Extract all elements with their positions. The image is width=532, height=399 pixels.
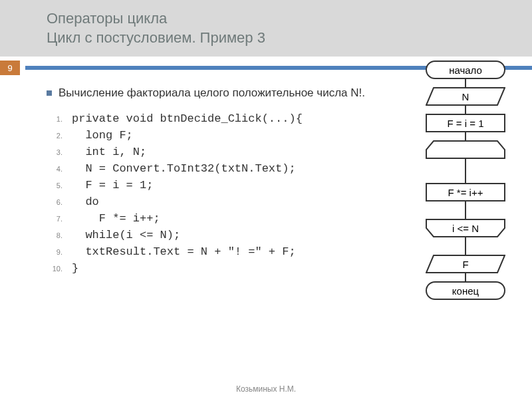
code-line: 10}	[47, 262, 406, 275]
flowchart-column: начало N F = i = 1 F *= i++ i <= N	[412, 61, 519, 300]
fc-connector	[465, 159, 466, 183]
line-number: 3	[47, 148, 63, 156]
line-number: 2	[47, 132, 63, 140]
code-line: 3 int i, N;	[47, 146, 406, 158]
code-line: 4 N = Convert.ToInt32(txtN.Text);	[47, 162, 406, 175]
code-text: F *= i++;	[72, 212, 160, 225]
code-text: long F;	[72, 129, 133, 142]
left-column: Вычисление факториала целого положительн…	[47, 86, 412, 300]
line-number: 10	[47, 265, 63, 273]
fc-connector	[465, 106, 466, 114]
line-number: 8	[47, 231, 63, 239]
title-line2: Цикл c постусловием. Пример 3	[47, 29, 265, 46]
page-number-badge: 9	[0, 61, 20, 75]
fc-end: конец	[426, 281, 505, 300]
line-number: 1	[47, 115, 63, 123]
line-number: 9	[47, 248, 63, 256]
fc-loop-body: F *= i++	[426, 183, 505, 201]
fc-output: F	[426, 255, 505, 273]
code-text: txtResult.Text = N + "! =" + F;	[72, 245, 296, 258]
code-line: 7 F *= i++;	[47, 212, 406, 225]
code-text: while(i <= N);	[72, 229, 180, 241]
code-line: 2 long F;	[47, 129, 406, 142]
code-text: }	[72, 262, 78, 275]
svg-marker-1	[426, 141, 505, 158]
code-text: do	[72, 196, 99, 208]
code-line: 8 while(i <= N);	[47, 229, 406, 241]
line-number: 4	[47, 165, 63, 173]
slide-title: Операторы цикла Цикл c постусловием. При…	[47, 9, 499, 47]
fc-loop-bottom: i <= N	[426, 219, 505, 237]
line-number: 7	[47, 215, 63, 223]
code-line: 5 F = i = 1;	[47, 179, 406, 192]
fc-connector	[465, 132, 466, 140]
line-number: 5	[47, 182, 63, 190]
code-line: 1private void btnDecide_Click(...){	[47, 112, 406, 125]
fc-connector	[465, 201, 466, 219]
intro-text: Вычисление факториала целого положительн…	[59, 86, 365, 100]
fc-input: N	[426, 87, 505, 106]
code-listing: 1private void btnDecide_Click(...){2 lon…	[47, 112, 406, 275]
code-line: 9 txtResult.Text = N + "! =" + F;	[47, 245, 406, 258]
code-text: N = Convert.ToInt32(txtN.Text);	[72, 162, 296, 175]
content-area: Вычисление факториала целого положительн…	[0, 75, 532, 300]
code-text: private void btnDecide_Click(...){	[72, 112, 303, 125]
code-text: int i, N;	[72, 146, 146, 158]
intro-block: Вычисление факториала целого положительн…	[47, 86, 406, 100]
bullet-icon	[47, 90, 52, 96]
title-line1: Операторы цикла	[47, 10, 167, 27]
fc-connector	[465, 79, 466, 87]
fc-loop-top	[426, 140, 505, 159]
flowchart: начало N F = i = 1 F *= i++ i <= N	[412, 61, 519, 300]
fc-start: начало	[426, 61, 505, 79]
fc-connector	[465, 237, 466, 255]
slide-header: Операторы цикла Цикл c постусловием. При…	[0, 0, 532, 57]
code-line: 6 do	[47, 196, 406, 208]
fc-init: F = i = 1	[426, 114, 505, 132]
footer-author: Козьминых Н.М.	[0, 384, 532, 394]
fc-connector	[465, 273, 466, 281]
line-number: 6	[47, 198, 63, 206]
code-text: F = i = 1;	[72, 179, 153, 192]
